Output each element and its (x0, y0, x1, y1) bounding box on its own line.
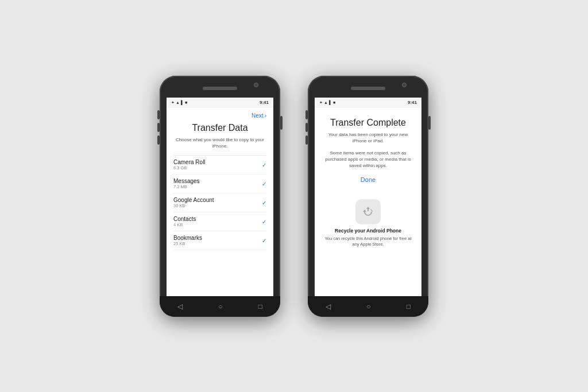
speaker-right (351, 87, 385, 90)
nav-bar-left: ◁ ○ □ (160, 296, 280, 317)
status-time-right: 9:41 (408, 100, 417, 105)
transfer-item[interactable]: Messages 7.2 MB ✓ (173, 174, 266, 193)
nav-bar-right: ◁ ○ □ (308, 296, 428, 317)
checkmark-icon: ✓ (262, 162, 266, 168)
transfer-item-name: Google Account (173, 197, 214, 203)
done-button[interactable]: Done (322, 176, 415, 183)
signal-icon-right: ▌ (329, 100, 332, 104)
transfer-item-size: 25 KB (173, 241, 202, 246)
transfer-item[interactable]: Google Account 30 KB ✓ (173, 193, 266, 212)
transfer-item-name: Contacts (173, 216, 196, 222)
recycle-title: Recycle your Android Phone (335, 228, 401, 234)
transfer-data-title: Transfer Data (173, 122, 266, 133)
wifi-icon-right: ▲ (324, 100, 328, 104)
status-icons-left: ✦ ▲ ▌ ■ (171, 100, 187, 105)
phone-left: ✦ ▲ ▌ ■ 9:41 Next › Transfer Data Choose… (160, 76, 280, 317)
signal-icon-left: ▌ (181, 100, 184, 104)
screen-right: ✦ ▲ ▌ ■ 9:41 Transfer Complete Your data… (315, 98, 421, 296)
transfer-item-size: 30 KB (173, 203, 214, 208)
transfer-item-size: 4 KB (173, 222, 196, 227)
bluetooth-icon-right: ✦ (319, 100, 323, 105)
transfer-item-info: Messages 7.2 MB (173, 178, 200, 189)
transfer-complete-subtitle: Your data has been copied to your new iP… (322, 131, 415, 144)
home-button-left[interactable]: ○ (218, 302, 222, 311)
wifi-icon-left: ▲ (176, 100, 180, 104)
transfer-item-name: Bookmarks (173, 235, 202, 241)
checkmark-icon: ✓ (262, 181, 266, 187)
screen-content-right: Transfer Complete Your data has been cop… (315, 108, 421, 296)
transfer-item[interactable]: Camera Roll 6.3 GB ✓ (173, 156, 266, 174)
camera-right (402, 83, 407, 87)
speaker-left (203, 87, 237, 90)
recycle-section: Recycle your Android Phone You can recyc… (322, 195, 415, 248)
recycle-icon (355, 199, 381, 224)
screen-content-left: Next › Transfer Data Choose what you wou… (167, 108, 273, 296)
recent-button-left[interactable]: □ (258, 302, 262, 311)
battery-icon-left: ■ (185, 100, 187, 104)
next-button[interactable]: Next › (173, 112, 266, 119)
camera-left (254, 83, 258, 87)
home-button-right[interactable]: ○ (366, 302, 370, 311)
bluetooth-icon-left: ✦ (171, 100, 175, 105)
transfer-item-info: Bookmarks 25 KB (173, 235, 202, 246)
transfer-item-name: Camera Roll (173, 159, 206, 165)
screen-left: ✦ ▲ ▌ ■ 9:41 Next › Transfer Data Choose… (167, 98, 273, 296)
status-bar-left: ✦ ▲ ▌ ■ 9:41 (167, 98, 273, 108)
phone-top-left (160, 76, 280, 98)
phone-top-right (308, 76, 428, 98)
transfer-complete-title: Transfer Complete (322, 117, 415, 128)
checkmark-icon: ✓ (262, 219, 266, 225)
status-icons-right: ✦ ▲ ▌ ■ (319, 100, 335, 105)
transfer-item[interactable]: Contacts 4 KB ✓ (173, 212, 266, 231)
transfer-item-name: Messages (173, 178, 200, 184)
transfer-complete-note: Some items were not copied, such as purc… (322, 150, 415, 169)
checkmark-icon: ✓ (262, 200, 266, 206)
back-button-left[interactable]: ◁ (177, 302, 183, 311)
phones-container: ✦ ▲ ▌ ■ 9:41 Next › Transfer Data Choose… (160, 76, 428, 317)
recycle-description: You can recycle this Android phone for f… (322, 236, 415, 248)
transfer-item-info: Google Account 30 KB (173, 197, 214, 208)
status-time-left: 9:41 (260, 100, 269, 105)
transfer-data-subtitle: Choose what you would like to copy to yo… (173, 137, 266, 149)
status-bar-right: ✦ ▲ ▌ ■ 9:41 (315, 98, 421, 108)
battery-icon-right: ■ (333, 100, 335, 104)
transfer-item-info: Camera Roll 6.3 GB (173, 159, 206, 170)
back-button-right[interactable]: ◁ (326, 302, 331, 311)
transfer-item[interactable]: Bookmarks 25 KB ✓ (173, 231, 266, 250)
checkmark-icon: ✓ (262, 238, 266, 244)
transfer-item-size: 6.3 GB (173, 165, 206, 170)
phone-right: ✦ ▲ ▌ ■ 9:41 Transfer Complete Your data… (308, 76, 428, 317)
transfer-list: Camera Roll 6.3 GB ✓ Messages 7.2 MB ✓ G… (173, 155, 266, 250)
transfer-item-info: Contacts 4 KB (173, 216, 196, 227)
recent-button-right[interactable]: □ (407, 302, 411, 311)
transfer-item-size: 7.2 MB (173, 184, 200, 189)
